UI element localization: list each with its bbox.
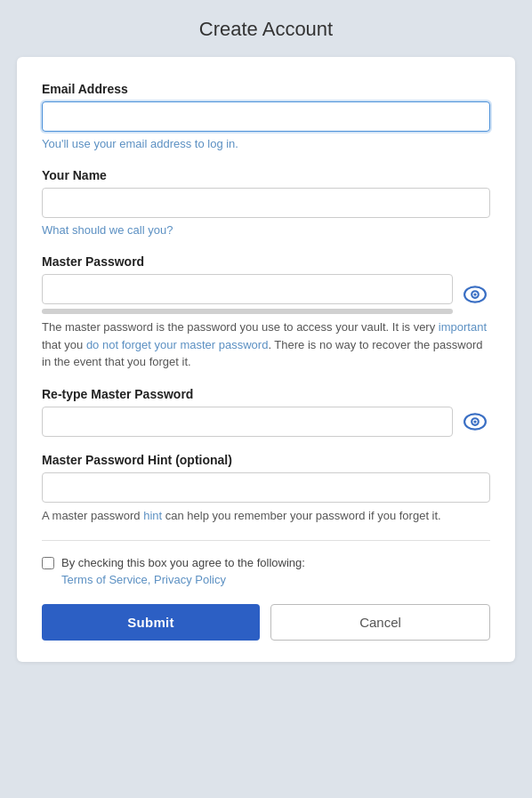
eye-icon <box>463 286 487 303</box>
cancel-button[interactable]: Cancel <box>270 604 490 641</box>
button-row: Submit Cancel <box>42 604 490 641</box>
terms-checkbox[interactable] <box>42 557 54 569</box>
password-hint-description: A master password hint can help you reme… <box>42 507 490 525</box>
divider <box>42 540 490 541</box>
submit-button[interactable]: Submit <box>42 604 260 641</box>
svg-point-5 <box>473 420 476 423</box>
master-password-field-group: Master Password The master password is t… <box>42 254 490 371</box>
name-label: Your Name <box>42 168 490 182</box>
name-field-group: Your Name What should we call you? <box>42 168 490 238</box>
master-password-input-row <box>42 274 490 314</box>
terms-label: By checking this box you agree to the fo… <box>61 555 305 587</box>
master-password-input[interactable] <box>42 274 453 304</box>
password-hint-input[interactable] <box>42 472 490 503</box>
hint-link: hint <box>143 509 162 522</box>
email-input[interactable] <box>42 101 490 132</box>
master-password-wrapper <box>42 274 453 314</box>
retype-password-label: Re-type Master Password <box>42 387 490 401</box>
svg-point-2 <box>473 293 476 295</box>
create-account-form: Email Address You'll use your email addr… <box>17 57 515 662</box>
email-label: Email Address <box>42 82 490 96</box>
retype-password-input[interactable] <box>42 407 453 437</box>
email-hint: You'll use your email address to log in. <box>42 136 490 152</box>
name-input[interactable] <box>42 188 490 218</box>
toggle-master-password-button[interactable] <box>460 282 490 307</box>
toggle-retype-password-button[interactable] <box>460 409 490 434</box>
hint-do-not-forget: do not forget your master password <box>86 338 269 351</box>
eye-icon-retype <box>463 413 487 431</box>
name-hint: What should we call you? <box>42 222 490 238</box>
master-password-hint: The master password is the password you … <box>42 318 490 371</box>
password-hint-label: Master Password Hint (optional) <box>42 453 490 467</box>
retype-password-input-row <box>42 407 490 437</box>
hint-important: important <box>439 320 487 334</box>
password-strength-bar <box>42 309 453 314</box>
page-title: Create Account <box>199 18 333 41</box>
retype-password-field-group: Re-type Master Password <box>42 387 490 437</box>
email-field-group: Email Address You'll use your email addr… <box>42 82 490 152</box>
terms-checkbox-row: By checking this box you agree to the fo… <box>42 555 490 587</box>
password-hint-field-group: Master Password Hint (optional) A master… <box>42 453 490 525</box>
master-password-label: Master Password <box>42 254 490 269</box>
terms-links[interactable]: Terms of Service, Privacy Policy <box>61 573 226 586</box>
